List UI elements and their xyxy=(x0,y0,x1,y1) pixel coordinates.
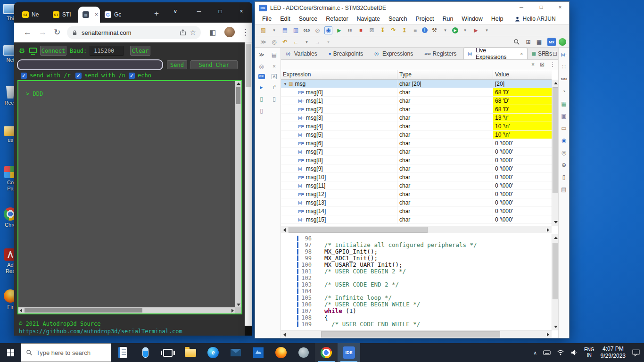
expression-cell[interactable]: (x)= msg[11] xyxy=(281,181,397,190)
menu-help[interactable]: Help xyxy=(487,16,508,22)
save-icon[interactable]: ▤ xyxy=(281,26,289,34)
scroll-right-icon[interactable] xyxy=(547,228,549,232)
taskbar-app-firefox[interactable] xyxy=(270,343,292,362)
scrollbar-thumb[interactable] xyxy=(246,44,251,87)
back-icon[interactable]: ← xyxy=(292,38,300,46)
external-tools-icon[interactable]: ▶ xyxy=(472,26,480,34)
settings-gear-icon[interactable]: ⚙ xyxy=(19,47,25,55)
cube-config-icon[interactable]: IDE xyxy=(258,74,265,79)
menu-refactor[interactable]: Refactor xyxy=(322,16,352,22)
table-row[interactable]: (x)= msg[2] char 68 'D' xyxy=(281,105,552,114)
checkbox-send-with-r[interactable]: ✓ xyxy=(21,73,27,79)
table-row[interactable]: (x)= msg[8] char 0 '\000' xyxy=(281,156,552,165)
tab-4[interactable]: G Gc xyxy=(100,7,129,23)
table-row[interactable]: ▾ ▨ msg char [20] [20] xyxy=(281,80,552,88)
cubemx-perspective-icon[interactable]: MX xyxy=(547,38,556,46)
binary-icon[interactable]: 010 xyxy=(303,26,311,34)
scroll-up-icon[interactable] xyxy=(554,82,558,84)
back-dropdown-icon[interactable]: ▾ xyxy=(303,38,311,46)
code-editor[interactable]: 96 97 /* Initialize all configured perip… xyxy=(281,234,559,338)
value-cell[interactable]: 68 'D' xyxy=(493,88,552,97)
taskbar-app-photos[interactable] xyxy=(247,343,270,362)
expression-cell[interactable]: (x)= msg[4] xyxy=(281,122,397,131)
table-row[interactable]: (x)= msg[5] char 10 '\n' xyxy=(281,131,552,139)
terminal-vertical-scrollbar[interactable] xyxy=(235,81,241,307)
taskbar-app-edge[interactable]: e xyxy=(202,343,224,362)
minimize-view-icon[interactable]: ⊟ xyxy=(544,50,549,57)
scroll-left-icon[interactable] xyxy=(283,228,286,232)
browser-menu-icon[interactable]: ⋮ xyxy=(241,28,249,37)
breakpoints-view-icon[interactable]: ∷ xyxy=(560,63,568,71)
value-cell[interactable]: 10 '\n' xyxy=(493,122,552,131)
editor-horizontal-scrollbar[interactable] xyxy=(281,330,552,338)
expression-cell[interactable]: (x)= msg[7] xyxy=(281,148,397,156)
table-row[interactable]: (x)= msg[12] char 0 '\000' xyxy=(281,190,552,198)
scrollbar-thumb[interactable] xyxy=(289,227,428,233)
table-row[interactable]: (x)= msg[9] char 0 '\000' xyxy=(281,165,552,173)
tab-live-expressions[interactable]: (x)= Live Expressions × xyxy=(463,48,527,59)
address-url[interactable]: serialterminal.com xyxy=(82,29,176,36)
last-edit-icon[interactable]: ↶ xyxy=(281,38,289,46)
disconnect-icon[interactable]: ⊠ xyxy=(368,26,376,34)
value-cell[interactable]: [20] xyxy=(493,80,552,88)
taskbar-app-mail[interactable] xyxy=(224,343,247,362)
variables-view-icon[interactable]: (x)= xyxy=(560,50,568,58)
scroll-right-icon[interactable] xyxy=(231,309,234,313)
taskbar-app-flask[interactable] xyxy=(134,343,157,362)
value-cell[interactable]: 0 '\000' xyxy=(493,181,552,190)
save-all-icon[interactable]: ▥ xyxy=(292,26,300,34)
tab-registers[interactable]: 1010 Registers xyxy=(420,48,463,59)
expression-cell[interactable]: (x)= msg[15] xyxy=(281,215,397,224)
value-cell[interactable]: 68 'D' xyxy=(493,105,552,114)
menu-search[interactable]: Search xyxy=(384,16,412,22)
open-perspective-icon[interactable]: ⊞ xyxy=(524,38,532,46)
action-center-icon[interactable] xyxy=(632,348,640,357)
build-icon[interactable]: ⚒ xyxy=(430,26,438,34)
taskbar-app-chrome[interactable] xyxy=(315,343,338,362)
search-icon[interactable] xyxy=(513,39,520,45)
value-cell[interactable]: 0 '\000' xyxy=(493,207,552,215)
tab-search-icon[interactable]: ∨ xyxy=(170,8,181,15)
taskbar-search[interactable]: Type here to search xyxy=(21,343,111,362)
maximize-view-icon[interactable]: ⊡ xyxy=(553,50,557,57)
stm32-target-icon[interactable] xyxy=(559,38,566,46)
scrollbar-thumb[interactable] xyxy=(25,308,142,313)
expression-cell[interactable]: (x)= msg[2] xyxy=(281,105,397,114)
table-row[interactable]: (x)= msg[4] char 10 '\n' xyxy=(281,122,552,131)
restore-panel-icon[interactable]: ≫ xyxy=(257,50,265,58)
modules-view-icon[interactable]: ▣ xyxy=(560,112,568,120)
expression-cell[interactable]: (x)= msg[6] xyxy=(281,139,397,148)
build-targets-icon[interactable]: ◎ xyxy=(257,62,265,70)
table-horizontal-scrollbar[interactable] xyxy=(281,226,552,233)
table-row[interactable]: (x)= msg[11] char 0 '\000' xyxy=(281,181,552,190)
live-watch-icon[interactable]: ◔ xyxy=(560,87,568,95)
page-scrollbar[interactable] xyxy=(245,42,252,336)
notes-view-icon[interactable]: ▭ xyxy=(560,124,568,132)
connect-button[interactable]: Connect xyxy=(40,46,66,56)
instruction-step-icon[interactable]: ≡ xyxy=(411,26,419,34)
expression-cell[interactable]: (x)= msg[3] xyxy=(281,114,397,122)
clear-button[interactable]: Clear xyxy=(130,46,150,56)
terminal-output[interactable]: > DDD xyxy=(17,80,242,314)
expression-cell[interactable]: (x)= msg[5] xyxy=(281,131,397,139)
target-view-icon[interactable]: ⊕ xyxy=(560,161,568,169)
registers-view-icon[interactable]: 1010 xyxy=(560,75,568,83)
table-row[interactable]: (x)= msg[0] char 68 'D' xyxy=(281,88,552,97)
menu-window[interactable]: Window xyxy=(457,16,487,22)
overflow-chevron-icon[interactable]: ≫ xyxy=(259,38,267,46)
scrollbar-thumb[interactable] xyxy=(236,87,240,104)
pause-icon[interactable]: ▮▮ xyxy=(346,26,354,34)
forward-dropdown-icon[interactable]: ▾ xyxy=(324,38,332,46)
tab-expressions[interactable]: (x)= Expressions xyxy=(370,48,420,59)
profile-avatar[interactable] xyxy=(224,27,235,37)
expression-cell[interactable]: (x)= msg[10] xyxy=(281,173,397,181)
pin-view-icon[interactable]: ◎ xyxy=(560,148,568,156)
table-row[interactable]: (x)= msg[7] char 0 '\000' xyxy=(281,148,552,156)
window-close-button[interactable]: × xyxy=(236,8,247,15)
menu-navigate[interactable]: Navigate xyxy=(353,16,384,22)
taskbar-app-settings[interactable] xyxy=(292,343,315,362)
debug-perspective-icon[interactable]: ▦ xyxy=(535,38,543,46)
menu-edit[interactable]: Edit xyxy=(276,16,295,22)
run-circle-icon[interactable]: ◉ xyxy=(560,136,568,144)
table-row[interactable]: (x)= msg[3] char 13 '\r' xyxy=(281,114,552,122)
